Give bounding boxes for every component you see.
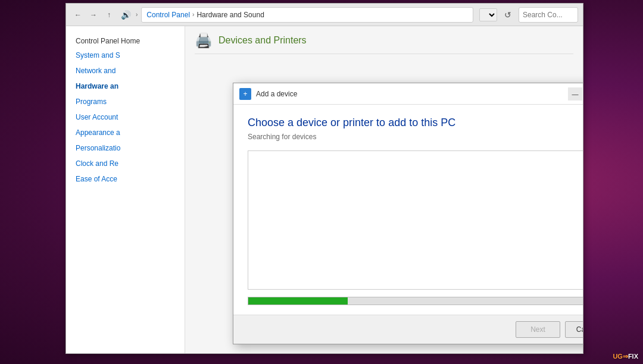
- main-content: 🖨️ Devices and Printers puter sleeps + A…: [185, 26, 583, 353]
- sidebar-item-personalization[interactable]: Personalizatio: [66, 140, 185, 156]
- progress-bar: [248, 297, 348, 305]
- modal-title-text: Add a device: [256, 90, 297, 98]
- sidebar-item-network[interactable]: Network and: [66, 63, 185, 79]
- watermark-arrow: ⇒: [623, 353, 628, 360]
- watermark-part2: FIX: [628, 353, 638, 360]
- sidebar-item-programs[interactable]: Programs: [66, 94, 185, 109]
- sidebar-item-clock[interactable]: Clock and Re: [66, 156, 185, 171]
- sidebar-item-useraccount[interactable]: User Account: [66, 109, 185, 125]
- sidebar-item-hardware[interactable]: Hardware an: [66, 79, 185, 94]
- minimize-button[interactable]: —: [568, 87, 582, 101]
- add-device-dialog: + Add a device — □ ✕ Choose a device or …: [233, 83, 583, 344]
- sidebar-title: Control Panel Home: [66, 32, 185, 48]
- modal-body: Choose a device or printer to add to thi…: [233, 105, 583, 315]
- breadcrumb-hardware-sound: Hardware and Sound: [196, 11, 264, 19]
- next-button[interactable]: Next: [516, 321, 560, 338]
- modal-overlay: + Add a device — □ ✕ Choose a device or …: [185, 26, 583, 353]
- window-controls: — □ ✕: [568, 87, 583, 101]
- sidebar-item-system[interactable]: System and S: [66, 48, 185, 63]
- up-button[interactable]: ↑: [102, 8, 116, 22]
- watermark-part1: UG: [613, 353, 623, 360]
- sidebar-item-ease[interactable]: Ease of Acce: [66, 171, 185, 187]
- browser-window: ← → ↑ 🔊 › Control Panel › Hardware and S…: [65, 3, 583, 354]
- modal-title-left: + Add a device: [239, 88, 297, 100]
- watermark: UG⇒FIX: [613, 353, 638, 360]
- progress-container: [248, 297, 583, 305]
- search-input[interactable]: [519, 7, 578, 23]
- sidebar-item-appearance[interactable]: Appearance a: [66, 125, 185, 140]
- nav-buttons: ← → ↑: [71, 8, 116, 22]
- add-device-icon: +: [239, 88, 251, 100]
- cancel-button[interactable]: Cancel: [565, 321, 583, 338]
- address-dropdown[interactable]: [479, 8, 497, 21]
- forward-button[interactable]: →: [86, 8, 101, 22]
- sidebar: Control Panel Home System and S Network …: [66, 26, 185, 353]
- modal-heading: Choose a device or printer to add to thi…: [248, 117, 583, 129]
- modal-subtext: Searching for devices: [248, 133, 583, 141]
- content-area: Control Panel Home System and S Network …: [66, 26, 583, 353]
- speaker-icon: 🔊: [121, 10, 131, 20]
- breadcrumb-separator: ›: [136, 11, 138, 18]
- back-button[interactable]: ←: [71, 8, 85, 22]
- browser-toolbar: ← → ↑ 🔊 › Control Panel › Hardware and S…: [66, 4, 583, 26]
- address-bar[interactable]: Control Panel › Hardware and Sound: [141, 7, 473, 23]
- refresh-button[interactable]: ↺: [501, 8, 515, 22]
- breadcrumb-control-panel[interactable]: Control Panel: [146, 11, 190, 19]
- modal-titlebar: + Add a device — □ ✕: [233, 83, 583, 105]
- modal-footer: Next Cancel: [233, 315, 583, 344]
- device-list: [248, 150, 583, 290]
- breadcrumb-arrow-1: ›: [192, 11, 194, 18]
